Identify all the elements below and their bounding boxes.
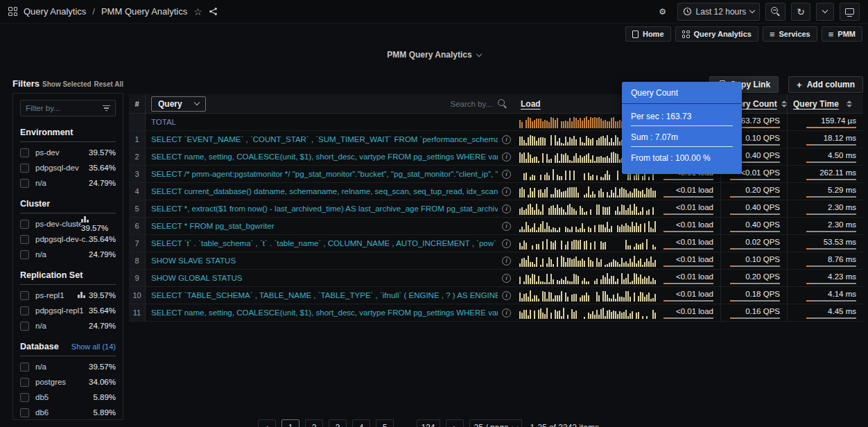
checkbox[interactable] <box>20 322 29 331</box>
info-icon[interactable] <box>502 274 511 283</box>
add-column-button[interactable]: + Add column <box>788 76 863 93</box>
table-search-input[interactable] <box>416 100 492 108</box>
checkbox[interactable] <box>20 291 29 300</box>
table-row[interactable]: TOTAL163.73 QPS159.74 µs <box>129 114 863 131</box>
next-page-button[interactable]: › <box>446 419 464 427</box>
filter-item[interactable]: db65.89% <box>20 408 116 417</box>
load-header-label[interactable]: Load <box>521 99 541 109</box>
table-row[interactable]: 7SELECT `t` . `table_schema` , `t` . `ta… <box>129 235 863 252</box>
page-size-dropdown[interactable]: 25 / page <box>469 419 522 427</box>
table-row[interactable]: 9SHOW GLOBAL STATUS<0.01 load0.20 QPS4.2… <box>129 270 863 287</box>
info-icon[interactable] <box>502 308 511 317</box>
checkbox[interactable] <box>20 148 29 157</box>
checkbox[interactable] <box>20 250 29 259</box>
nav-button-query-analytics[interactable]: Query Analytics <box>675 26 758 42</box>
checkbox[interactable] <box>20 179 29 188</box>
filter-search-input[interactable] <box>26 104 103 112</box>
share-icon[interactable] <box>209 7 218 16</box>
filter-item[interactable]: n/a39.57% <box>20 362 116 372</box>
dashboard-settings-button[interactable]: ⚙ <box>654 3 672 21</box>
page-button-4[interactable]: 4 <box>352 419 370 427</box>
info-icon[interactable] <box>502 256 511 265</box>
table-row[interactable]: 11SELECT name, setting, COALESCE(unit, $… <box>129 304 863 322</box>
query-link[interactable]: SELECT `t` . `table_schema` , `t` . `tab… <box>151 239 498 247</box>
nav-button-services[interactable]: ≡Services <box>763 26 817 42</box>
filter-item[interactable]: n/a24.79% <box>20 178 116 188</box>
breadcrumb-page[interactable]: PMM Query Analytics <box>101 6 187 17</box>
filter-item[interactable]: pdpgsql-repl135.64% <box>20 306 116 315</box>
star-icon[interactable]: ☆ <box>193 6 202 17</box>
filter-item[interactable]: n/a24.79% <box>20 321 116 331</box>
nav-button-pmm[interactable]: ≡PMM <box>822 26 862 42</box>
page-button-3[interactable]: 3 <box>329 419 347 427</box>
sort-icon[interactable] <box>847 101 852 107</box>
query-link[interactable]: TOTAL <box>151 118 511 126</box>
info-icon[interactable] <box>502 239 511 248</box>
filter-item[interactable]: pdpgsql-dev-c...35.64% <box>20 234 116 244</box>
checkbox[interactable] <box>20 378 29 387</box>
query-link[interactable]: SELECT *, extract($1 from now() - last_a… <box>151 204 498 213</box>
table-row[interactable]: 5SELECT *, extract($1 from now() - last_… <box>129 200 863 218</box>
refresh-interval-button[interactable] <box>816 3 834 21</box>
dashboard-selector[interactable]: PMM Query Analytics <box>387 50 480 60</box>
filter-item[interactable]: ps-repl139.57% <box>20 290 116 300</box>
table-row[interactable]: 1SELECT `EVENT_NAME` , `COUNT_STAR` , `S… <box>129 131 863 148</box>
table-row[interactable]: 3SELECT /* pmm-agent:pgstatmonitor */ "p… <box>129 166 863 183</box>
info-icon[interactable] <box>502 204 511 214</box>
info-icon[interactable] <box>502 152 511 162</box>
checkbox[interactable] <box>20 220 29 229</box>
query-link[interactable]: SELECT `TABLE_SCHEMA` , TABLE_NAME , `TA… <box>151 291 498 299</box>
table-row[interactable]: 6SELECT * FROM pg_stat_bgwriter<0.01 loa… <box>129 218 863 235</box>
sort-icon[interactable] <box>781 101 787 107</box>
kiosk-mode-button[interactable] <box>840 3 860 21</box>
query-link[interactable]: SELECT `EVENT_NAME` , `COUNT_STAR` , `SU… <box>151 135 498 143</box>
table-row[interactable]: 4SELECT current_database() datname, sche… <box>129 183 863 200</box>
nav-button-home[interactable]: Home <box>625 26 671 42</box>
load-sparkline <box>519 289 658 302</box>
checkbox[interactable] <box>20 363 29 372</box>
load-value-bar <box>663 196 713 198</box>
page-button-5[interactable]: 5 <box>376 419 394 427</box>
query-link[interactable]: SHOW SLAVE STATUS <box>151 256 498 265</box>
info-icon[interactable] <box>502 291 511 300</box>
query-link[interactable]: SELECT current_database() datname, schem… <box>151 187 498 195</box>
checkbox[interactable] <box>20 408 29 417</box>
tooltip-line: Sum : 7.07m <box>631 126 733 147</box>
query-time-header-label[interactable]: Query Time <box>793 99 839 109</box>
table-row[interactable]: 10SELECT `TABLE_SCHEMA` , TABLE_NAME , `… <box>129 287 863 304</box>
last-page-button[interactable]: 134 <box>417 419 440 427</box>
checkbox[interactable] <box>20 393 29 402</box>
page-button-1[interactable]: 1 <box>281 419 300 427</box>
search-icon[interactable] <box>498 99 507 108</box>
filter-item[interactable]: ps-dev39.57% <box>20 148 116 157</box>
info-icon[interactable] <box>502 170 511 179</box>
query-link[interactable]: SELECT name, setting, COALESCE(unit, $1)… <box>151 152 498 161</box>
filter-item[interactable]: n/a24.79% <box>20 250 116 259</box>
reset-all-link[interactable]: Reset All <box>94 80 123 88</box>
query-link[interactable]: SHOW GLOBAL STATUS <box>151 274 498 282</box>
refresh-button[interactable]: ↻ <box>791 3 810 21</box>
checkbox[interactable] <box>20 235 29 244</box>
breadcrumb-section[interactable]: Query Analytics <box>24 6 86 17</box>
table-row[interactable]: 8SHOW SLAVE STATUS<0.01 load0.10 QPS8.76… <box>129 252 863 270</box>
query-dimension-dropdown[interactable]: Query <box>151 96 206 112</box>
info-icon[interactable] <box>502 135 511 144</box>
filter-item[interactable]: ps-dev-cluster39.57% <box>20 219 116 229</box>
time-range-picker[interactable]: Last 12 hours <box>677 3 761 21</box>
show-selected-link[interactable]: Show Selected <box>42 80 92 88</box>
prev-page-button[interactable]: ‹ <box>258 419 276 427</box>
checkbox[interactable] <box>20 306 29 315</box>
filter-item[interactable]: postgres34.06% <box>20 377 116 387</box>
query-link[interactable]: SELECT name, setting, COALESCE(unit, $1)… <box>151 308 498 317</box>
show-all-link[interactable]: Show all (14) <box>71 342 116 351</box>
checkbox[interactable] <box>20 164 29 173</box>
page-button-2[interactable]: 2 <box>305 419 323 427</box>
zoom-out-button[interactable] <box>765 3 785 21</box>
query-link[interactable]: SELECT * FROM pg_stat_bgwriter <box>151 222 498 230</box>
query-link[interactable]: SELECT /* pmm-agent:pgstatmonitor */ "pg… <box>151 170 498 178</box>
filter-item[interactable]: db55.89% <box>20 392 116 402</box>
table-row[interactable]: 2SELECT name, setting, COALESCE(unit, $1… <box>129 148 863 166</box>
info-icon[interactable] <box>502 222 511 231</box>
filter-item[interactable]: pdpgsql-dev35.64% <box>20 163 116 173</box>
info-icon[interactable] <box>502 187 511 196</box>
